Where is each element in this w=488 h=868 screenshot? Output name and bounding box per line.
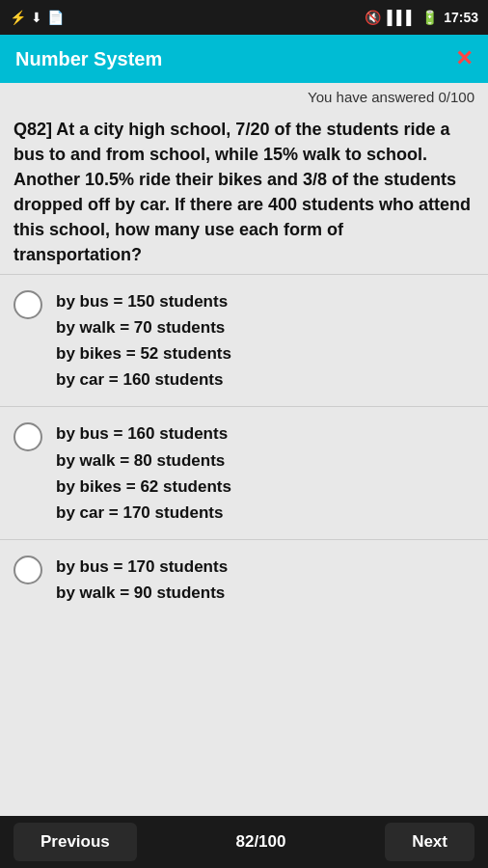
options-area: by bus = 150 students by walk = 70 stude… xyxy=(0,274,488,620)
page-indicator: 82/100 xyxy=(235,832,285,852)
close-button[interactable]: ✕ xyxy=(455,46,473,71)
question-area: Q82] At a city high school, 7/20 of the … xyxy=(0,109,488,274)
main-content: You have answered 0/100 Q82] At a city h… xyxy=(0,83,488,816)
question-text: Q82] At a city high school, 7/20 of the … xyxy=(14,117,474,268)
previous-button[interactable]: Previous xyxy=(14,823,137,861)
battery-icon: 🔋 xyxy=(421,10,438,25)
time-display: 17:53 xyxy=(444,10,478,25)
radio-b[interactable] xyxy=(14,422,42,451)
app-title: Number System xyxy=(15,48,162,70)
bottom-navigation: Previous 82/100 Next xyxy=(0,816,488,868)
option-a-text: by bus = 150 students by walk = 70 stude… xyxy=(56,288,231,393)
radio-c[interactable] xyxy=(14,556,42,584)
status-bar: ⚡ ⬇ 📄 🔇 ▌▌▌ 🔋 17:53 xyxy=(0,0,488,35)
status-icons-right: 🔇 ▌▌▌ 🔋 17:53 xyxy=(365,10,478,25)
title-bar: Number System ✕ xyxy=(0,35,488,83)
option-c[interactable]: by bus = 170 students by walk = 90 stude… xyxy=(0,540,488,619)
mute-icon: 🔇 xyxy=(365,10,381,25)
next-button[interactable]: Next xyxy=(385,823,474,861)
download-icon: ⬇ xyxy=(31,10,42,25)
file-icon: 📄 xyxy=(47,10,64,25)
option-c-text: by bus = 170 students by walk = 90 stude… xyxy=(56,554,228,606)
radio-a[interactable] xyxy=(14,290,42,319)
usb-icon: ⚡ xyxy=(10,10,26,25)
option-b[interactable]: by bus = 160 students by walk = 80 stude… xyxy=(0,407,488,540)
status-icons-left: ⚡ ⬇ 📄 xyxy=(10,10,64,25)
signal-icon: ▌▌▌ xyxy=(387,10,416,25)
progress-indicator: You have answered 0/100 xyxy=(0,83,488,109)
option-a[interactable]: by bus = 150 students by walk = 70 stude… xyxy=(0,274,488,408)
option-b-text: by bus = 160 students by walk = 80 stude… xyxy=(56,420,231,526)
